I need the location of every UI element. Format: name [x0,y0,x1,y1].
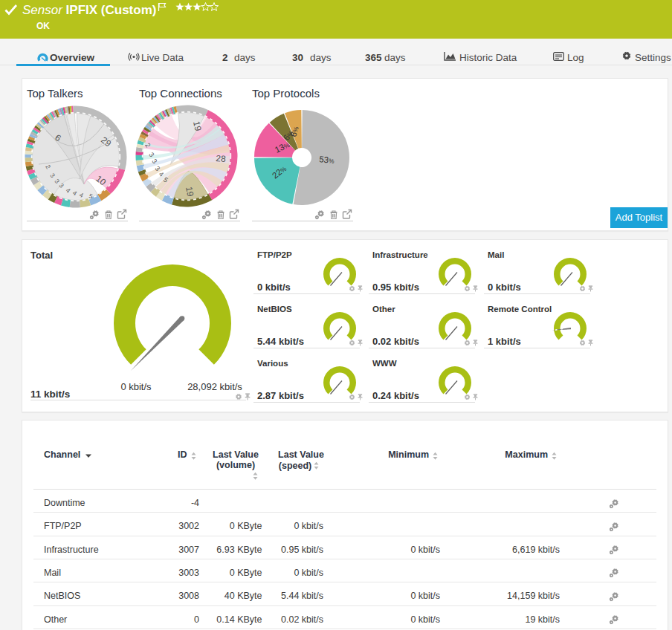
svg-text:19: 19 [184,186,196,198]
svg-text:28: 28 [216,153,227,164]
